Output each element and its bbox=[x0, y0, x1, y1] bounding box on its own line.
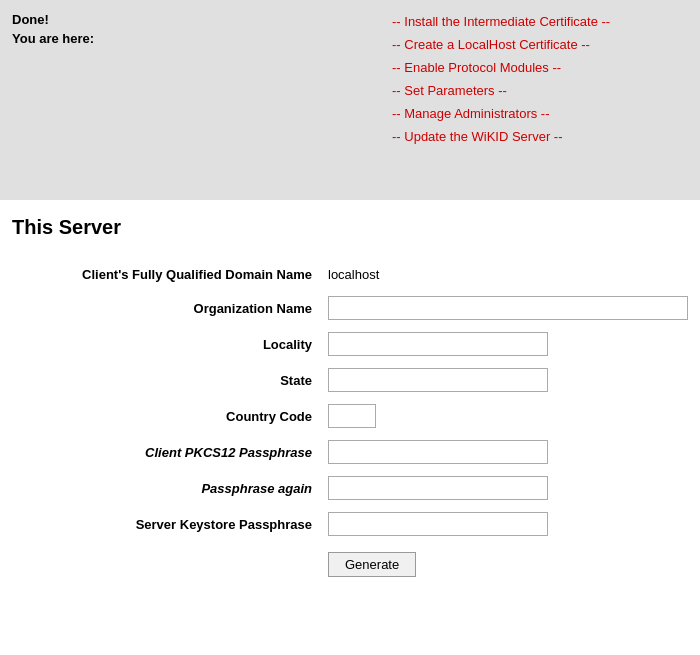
form-row-4: Country Code bbox=[12, 398, 688, 434]
top-banner: Done! You are here: -- Install the Inter… bbox=[0, 0, 700, 200]
form-table: Client's Fully Qualified Domain Nameloca… bbox=[12, 259, 688, 577]
field-input-2[interactable] bbox=[328, 332, 548, 356]
generate-button[interactable]: Generate bbox=[328, 552, 416, 577]
field-label-4: Country Code bbox=[12, 398, 328, 434]
generate-row: Generate bbox=[12, 542, 688, 577]
banner-left: Done! You are here: bbox=[12, 8, 392, 192]
form-row-7: Server Keystore Passphrase bbox=[12, 506, 688, 542]
form-row-1: Organization Name bbox=[12, 290, 688, 326]
main-content: This Server Client's Fully Qualified Dom… bbox=[0, 200, 700, 597]
field-label-7: Server Keystore Passphrase bbox=[12, 506, 328, 542]
banner-link-enable-protocol[interactable]: -- Enable Protocol Modules -- bbox=[392, 58, 688, 77]
field-label-1: Organization Name bbox=[12, 290, 328, 326]
field-input-7[interactable] bbox=[328, 512, 548, 536]
field-label-5: Client PKCS12 Passphrase bbox=[12, 434, 328, 470]
form-row-5: Client PKCS12 Passphrase bbox=[12, 434, 688, 470]
banner-link-create-localhost[interactable]: -- Create a LocalHost Certificate -- bbox=[392, 35, 688, 54]
field-value-0: localhost bbox=[328, 259, 688, 290]
banner-link-manage-admins[interactable]: -- Manage Administrators -- bbox=[392, 104, 688, 123]
field-input-6[interactable] bbox=[328, 476, 548, 500]
done-label: Done! bbox=[12, 12, 392, 27]
banner-link-install-cert[interactable]: -- Install the Intermediate Certificate … bbox=[392, 12, 688, 31]
banner-link-update-wikid[interactable]: -- Update the WiKID Server -- bbox=[392, 127, 688, 146]
field-input-3[interactable] bbox=[328, 368, 548, 392]
field-input-4[interactable] bbox=[328, 404, 376, 428]
form-row-2: Locality bbox=[12, 326, 688, 362]
form-row-0: Client's Fully Qualified Domain Nameloca… bbox=[12, 259, 688, 290]
form-row-6: Passphrase again bbox=[12, 470, 688, 506]
field-label-2: Locality bbox=[12, 326, 328, 362]
banner-links: -- Install the Intermediate Certificate … bbox=[392, 8, 688, 192]
field-input-5[interactable] bbox=[328, 440, 548, 464]
banner-link-set-params[interactable]: -- Set Parameters -- bbox=[392, 81, 688, 100]
form-row-3: State bbox=[12, 362, 688, 398]
field-label-3: State bbox=[12, 362, 328, 398]
field-input-1[interactable] bbox=[328, 296, 688, 320]
you-are-here-label: You are here: bbox=[12, 31, 392, 46]
section-title: This Server bbox=[12, 216, 688, 239]
field-label-6: Passphrase again bbox=[12, 470, 328, 506]
field-label-0: Client's Fully Qualified Domain Name bbox=[12, 259, 328, 290]
